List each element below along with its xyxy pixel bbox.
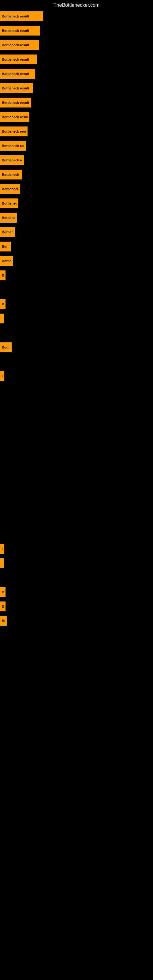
bottleneck-bar: Bottleneck result bbox=[0, 26, 40, 35]
bar-row: B bbox=[0, 585, 153, 599]
bar-row: Bottleneck re bbox=[0, 196, 153, 211]
bar-label: Bottle bbox=[2, 259, 11, 263]
bar-row bbox=[0, 571, 153, 585]
bottleneck-bar: Bottleneck result bbox=[0, 155, 24, 165]
bar-row: | bbox=[0, 556, 153, 571]
bottleneck-bar: B bbox=[0, 587, 5, 597]
bottleneck-bar: B bbox=[0, 601, 5, 611]
bar-label: Bottleneck result bbox=[2, 43, 29, 47]
bar-row: Bot bbox=[0, 240, 153, 254]
site-title: TheBottlenecker.com bbox=[0, 0, 153, 9]
bottleneck-bar: Bot bbox=[0, 242, 11, 251]
bar-row: B bbox=[0, 599, 153, 614]
bottleneck-bar: Bottleneck result bbox=[0, 69, 35, 79]
bar-row: Bottleneck result bbox=[0, 24, 153, 38]
bar-row bbox=[0, 326, 153, 340]
bar-label: Bottleneck result bbox=[2, 14, 29, 18]
bar-row: Bottleneck result bbox=[0, 124, 153, 139]
bar-label: E bbox=[2, 547, 2, 550]
bar-row: B bbox=[0, 268, 153, 283]
bar-row: E bbox=[0, 369, 153, 383]
bottleneck-bar: Bottleneck result bbox=[0, 112, 29, 122]
bar-label: Bottleneck re bbox=[2, 202, 16, 205]
bar-label: Bottleneck result bbox=[2, 29, 29, 32]
bar-row: Bottleneck r bbox=[0, 211, 153, 225]
bottleneck-bar: B bbox=[0, 299, 5, 309]
bar-label: B bbox=[2, 590, 4, 594]
bar-label: Bottleneck result bbox=[2, 86, 29, 90]
bottleneck-bar: Bottleneck result bbox=[0, 83, 33, 93]
bottleneck-bar: Bott bbox=[0, 342, 12, 352]
bar-row bbox=[0, 441, 153, 455]
bar-label: B bbox=[2, 605, 4, 608]
bar-label: Bottleneck r bbox=[2, 216, 15, 220]
bar-row: Bottleneck re bbox=[0, 182, 153, 196]
bar-row bbox=[0, 499, 153, 513]
bottleneck-bar: E bbox=[0, 371, 4, 381]
bar-row: E bbox=[0, 542, 153, 556]
bottleneck-bar: Bottleneck result bbox=[0, 141, 26, 151]
bottleneck-bar: Bottleneck re bbox=[0, 184, 20, 194]
bar-label: Bottleneck result bbox=[2, 115, 27, 119]
bar-row bbox=[0, 398, 153, 412]
bar-row: Bottleneck result bbox=[0, 52, 153, 67]
bar-row bbox=[0, 527, 153, 542]
bar-label: Bottleneck result bbox=[2, 72, 29, 76]
bar-row bbox=[0, 513, 153, 527]
bar-row: Bottleneck result bbox=[0, 67, 153, 81]
bar-label: Bottleneck result bbox=[2, 158, 22, 162]
bottleneck-bar: Bottleneck re bbox=[0, 199, 18, 208]
bar-row: Bo bbox=[0, 614, 153, 628]
bar-label: Bottleneck result bbox=[2, 57, 29, 61]
bar-label: B bbox=[2, 302, 4, 306]
bar-row bbox=[0, 383, 153, 398]
bar-row: Bottleneck result bbox=[0, 95, 153, 110]
bar-row: Bottlene bbox=[0, 225, 153, 240]
bottleneck-bar: Bo bbox=[0, 616, 7, 626]
bottleneck-bar: Bottleneck result bbox=[0, 98, 31, 108]
bottleneck-bar: | bbox=[0, 558, 4, 568]
bar-label: B bbox=[2, 274, 4, 277]
bar-row bbox=[0, 426, 153, 441]
bar-label: Bottlene bbox=[2, 230, 13, 234]
bar-row: Bottleneck result bbox=[0, 153, 153, 167]
bar-row: Bott bbox=[0, 340, 153, 355]
bar-row: Bottleneck res bbox=[0, 167, 153, 182]
bar-row: Bottleneck result bbox=[0, 81, 153, 95]
bottleneck-bar: Bottleneck r bbox=[0, 213, 17, 223]
bar-row: Bottleneck result bbox=[0, 139, 153, 153]
bar-row: Bottleneck result bbox=[0, 38, 153, 52]
bottleneck-bar: Bottle bbox=[0, 256, 13, 266]
bottleneck-bar: Bottleneck result bbox=[0, 126, 27, 136]
bottleneck-bar: Bottleneck result bbox=[0, 40, 39, 50]
bar-label: E bbox=[2, 374, 2, 378]
bar-label: Bo bbox=[2, 619, 5, 623]
bar-label: Bottleneck re bbox=[2, 187, 18, 191]
bar-label: Bottleneck result bbox=[2, 130, 26, 133]
site-title-container: TheBottlenecker.com bbox=[0, 0, 153, 9]
bar-label: Bottleneck result bbox=[2, 101, 29, 105]
bar-label: Bottleneck result bbox=[2, 144, 24, 148]
bar-row: Bottleneck result bbox=[0, 9, 153, 24]
bottleneck-bar: Bottleneck result bbox=[0, 54, 37, 64]
bar-label: Bot bbox=[2, 245, 7, 248]
bottleneck-bar: E bbox=[0, 544, 4, 554]
bar-row bbox=[0, 355, 153, 369]
bar-row: B bbox=[0, 297, 153, 312]
bottleneck-bar: B bbox=[0, 270, 5, 280]
bar-row bbox=[0, 470, 153, 484]
bar-row: | bbox=[0, 312, 153, 326]
bar-row bbox=[0, 412, 153, 426]
bar-row bbox=[0, 283, 153, 297]
bar-label: Bott bbox=[2, 345, 9, 349]
bottleneck-bar: Bottleneck res bbox=[0, 170, 22, 180]
bar-row bbox=[0, 484, 153, 499]
bar-label: Bottleneck res bbox=[2, 173, 20, 177]
bottleneck-bar: | bbox=[0, 313, 4, 323]
bar-row bbox=[0, 455, 153, 470]
bar-row: Bottleneck result bbox=[0, 110, 153, 124]
bottleneck-bar: Bottleneck result bbox=[0, 11, 43, 21]
bars-container: Bottleneck resultBottleneck resultBottle… bbox=[0, 9, 153, 628]
bar-row: Bottle bbox=[0, 254, 153, 268]
bottleneck-bar: Bottlene bbox=[0, 227, 15, 237]
